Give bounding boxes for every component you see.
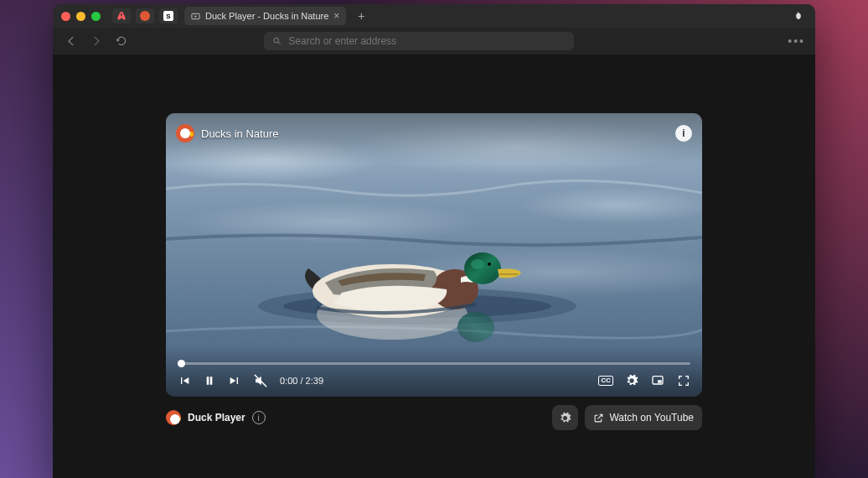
video-header: Ducks in Nature i <box>166 113 702 153</box>
video-player[interactable]: Ducks in Nature i <box>166 113 702 397</box>
close-window-button[interactable] <box>61 12 70 21</box>
arrow-left-icon <box>65 35 77 47</box>
captions-button[interactable]: CC <box>598 376 613 386</box>
pinned-tab-airbnb[interactable] <box>112 8 131 23</box>
reload-button[interactable] <box>113 33 130 49</box>
pinned-tab-2[interactable] <box>136 8 154 23</box>
airbnb-icon <box>116 11 127 21</box>
svg-point-11 <box>457 312 494 342</box>
new-tab-button[interactable]: + <box>353 8 369 24</box>
next-button[interactable] <box>228 374 241 387</box>
time-display: 0:00 / 2:39 <box>280 376 323 386</box>
duckduckgo-logo-icon <box>176 124 194 143</box>
toolbar: ••• <box>53 28 815 55</box>
site-icon: S <box>163 11 173 21</box>
pinned-tab-3[interactable]: S <box>159 8 178 23</box>
miniplayer-button[interactable] <box>650 374 665 387</box>
back-button[interactable] <box>63 33 80 49</box>
video-icon <box>191 12 200 21</box>
video-info-button[interactable]: i <box>675 125 692 142</box>
player-footer: Duck Player i Watch on YouTube <box>166 405 702 430</box>
watch-on-youtube-button[interactable]: Watch on YouTube <box>585 405 702 430</box>
player-info-button[interactable]: i <box>252 411 266 424</box>
time-separator: / <box>300 376 302 386</box>
volume-muted-icon <box>253 373 268 388</box>
fullscreen-button[interactable] <box>677 374 690 387</box>
gear-icon <box>559 412 571 424</box>
skip-next-icon <box>228 374 241 387</box>
tab-active[interactable]: Duck Player - Ducks in Nature × <box>184 7 346 25</box>
gear-icon <box>625 374 638 387</box>
time-total: 2:39 <box>306 376 323 386</box>
flame-icon <box>793 10 804 22</box>
controls-row: 0:00 / 2:39 CC <box>178 373 690 388</box>
pinned-tabs: S <box>112 8 178 23</box>
cast-icon <box>650 374 665 387</box>
reload-icon <box>116 35 127 47</box>
page-content: Ducks in Nature i <box>53 55 815 478</box>
previous-button[interactable] <box>178 374 191 387</box>
svg-point-15 <box>471 259 484 269</box>
progress-knob[interactable] <box>178 360 185 367</box>
time-current: 0:00 <box>280 376 297 386</box>
tab-title: Duck Player - Ducks in Nature <box>205 11 328 21</box>
watch-on-youtube-label: Watch on YouTube <box>609 412 694 423</box>
desktop-background: S Duck Player - Ducks in Nature × + <box>0 0 868 478</box>
search-icon <box>272 36 282 46</box>
svg-point-16 <box>488 262 491 266</box>
forward-button[interactable] <box>88 33 105 49</box>
duckduckgo-logo-icon <box>166 410 181 425</box>
search-input[interactable] <box>288 35 566 47</box>
svg-point-1 <box>274 38 279 43</box>
maximize-window-button[interactable] <box>91 12 101 21</box>
player-container: Ducks in Nature i <box>166 113 702 430</box>
overflow-menu-button[interactable]: ••• <box>788 34 805 48</box>
skip-previous-icon <box>178 374 191 387</box>
player-name: Duck Player <box>188 412 245 423</box>
settings-button[interactable] <box>625 374 638 387</box>
video-frame-image <box>166 113 702 397</box>
tab-bar: S Duck Player - Ducks in Nature × + <box>53 4 815 28</box>
cc-icon: CC <box>598 376 613 386</box>
fullscreen-icon <box>677 374 690 387</box>
svg-point-14 <box>464 252 501 284</box>
pause-button[interactable] <box>203 374 216 387</box>
arrow-right-icon <box>90 35 102 47</box>
window-controls <box>61 12 101 21</box>
video-controls: 0:00 / 2:39 CC <box>166 356 702 397</box>
close-tab-button[interactable]: × <box>333 10 339 22</box>
video-title: Ducks in Nature <box>201 127 278 140</box>
duckduckgo-icon <box>140 11 150 21</box>
minimize-window-button[interactable] <box>76 12 85 21</box>
pause-icon <box>203 374 216 387</box>
mute-button[interactable] <box>253 373 268 388</box>
address-bar[interactable] <box>264 32 574 50</box>
player-settings-button[interactable] <box>552 405 578 430</box>
fire-button[interactable] <box>790 8 807 24</box>
svg-rect-20 <box>658 380 662 382</box>
browser-window: S Duck Player - Ducks in Nature × + <box>53 4 815 478</box>
progress-bar[interactable] <box>178 362 690 365</box>
external-link-icon <box>593 413 604 423</box>
